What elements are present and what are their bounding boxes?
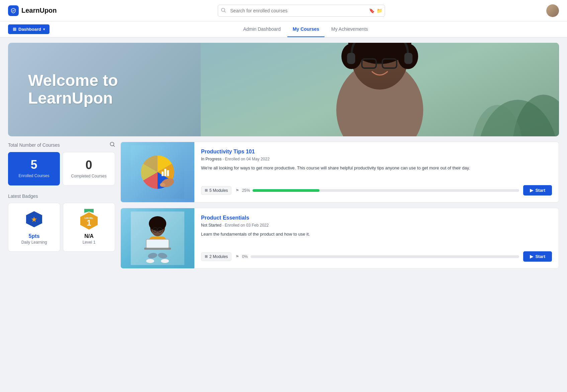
left-panel: Total Number of Courses 5 Enrolled Cours… (8, 142, 115, 274)
app-name: LearnUpon (21, 7, 57, 14)
banner-person-svg (201, 43, 559, 136)
badges-row: ★ 5pts Daily Learning (8, 203, 115, 252)
start-button-2[interactable]: ▶ Start (523, 251, 552, 262)
badges-title: Latest Badges (8, 193, 115, 199)
flag-icon-2: ⚑ (235, 254, 239, 259)
start-label-1: Start (535, 188, 545, 193)
course-actions-1: ⊞ 5 Modules ⚑ 25% ▶ Start (201, 185, 552, 195)
dashboard-label: Dashboard (18, 27, 41, 32)
main-content: Total Number of Courses 5 Enrolled Cours… (8, 142, 559, 274)
star-badge-icon: ★ (24, 210, 44, 230)
course-desc-2: Learn the fundamentals of the product an… (201, 231, 552, 247)
course-status-1: In Progress (201, 157, 221, 161)
course-meta-1: In Progress · Enrolled on 04 May 2022 (201, 157, 552, 161)
search-icon (221, 8, 226, 13)
bookmark-icon[interactable]: 🔖 (369, 8, 375, 13)
dashboard-button[interactable]: ⊞ Dashboard ▾ (8, 24, 50, 34)
progress-fill-1 (253, 189, 319, 192)
badge-na-value: N/A (67, 233, 111, 239)
person-laptop-svg (131, 212, 184, 265)
modules-badge-2: ⊞ 2 Modules (201, 252, 231, 261)
course-thumbnail-person (121, 208, 194, 268)
svg-rect-14 (347, 53, 355, 64)
banner: Welcome to LearnUpon (8, 43, 559, 136)
top-right (546, 4, 559, 17)
completed-label: Completed Courses (68, 174, 109, 178)
start-label-2: Start (535, 254, 545, 259)
course-stats: 5 Enrolled Courses 0 Completed Courses (8, 152, 115, 185)
enrolled-stat-card[interactable]: 5 Enrolled Courses (8, 152, 60, 185)
enrolled-count: 5 (13, 159, 55, 171)
progress-area-2: ⚑ 0% (235, 254, 519, 259)
avatar[interactable] (546, 4, 559, 17)
search-input[interactable] (218, 5, 385, 17)
avatar-image (546, 4, 559, 17)
course-info-1: Productivity Tips 101 In Progress · Enro… (194, 142, 559, 202)
svg-rect-37 (147, 240, 169, 248)
nav-admin-dashboard[interactable]: Admin Dashboard (238, 22, 286, 37)
flag-icon-1: ⚑ (235, 188, 239, 193)
svg-point-41 (161, 259, 169, 263)
svg-rect-26 (164, 169, 166, 176)
dashboard-icon: ⊞ (13, 27, 16, 32)
modules-count-2: 2 Modules (209, 254, 228, 259)
grid-icon-1: ⊞ (205, 188, 208, 192)
banner-image-area (201, 43, 559, 136)
badge-subtitle-daily: Daily Learning (12, 240, 56, 245)
course-meta-2: Not Started · Enrolled on 03 Feb 2022 (201, 223, 552, 228)
banner-line2: LearnUpon (28, 89, 113, 107)
banner-welcome: Welcome to LearnUpon (28, 72, 118, 107)
svg-text:★: ★ (31, 215, 37, 224)
pie-chart-svg (131, 145, 184, 199)
modules-count-1: 5 Modules (209, 188, 228, 193)
daily-learning-badge: ★ 5pts Daily Learning (8, 203, 60, 252)
svg-point-33 (149, 216, 166, 231)
grid-icon-2: ⊞ (205, 254, 208, 259)
folder-icon[interactable]: 📁 (377, 8, 382, 13)
banner-line1: Welcome to (28, 72, 118, 89)
course-info-2: Product Essentials Not Started · Enrolle… (194, 208, 559, 268)
courses-section-header: Total Number of Courses (8, 142, 115, 148)
badge-points: 5pts (12, 233, 56, 239)
svg-point-29 (160, 183, 165, 187)
nav-links: Admin Dashboard My Courses My Achievemen… (238, 22, 373, 37)
search-actions: 🔖 📁 (369, 8, 382, 13)
total-courses-title: Total Number of Courses (8, 142, 60, 148)
svg-text:1: 1 (87, 218, 91, 227)
course-thumbnail-pie (121, 142, 194, 202)
progress-area-1: ⚑ 25% (235, 188, 519, 193)
progress-pct-1: 25% (242, 188, 250, 193)
chevron-down-icon: ▾ (43, 27, 45, 31)
nav-bar: ⊞ Dashboard ▾ Admin Dashboard My Courses… (0, 21, 567, 37)
course-title-1[interactable]: Productivity Tips 101 (201, 149, 552, 155)
level-badge-svg: LEVEL 1 (80, 209, 98, 230)
start-button-1[interactable]: ▶ Start (523, 185, 552, 195)
svg-point-40 (146, 259, 154, 263)
modules-badge-1: ⊞ 5 Modules (201, 186, 231, 195)
course-desc-1: We're all looking for ways to get more p… (201, 165, 552, 180)
course-enrolled-date-2: Enrolled on 03 Feb 2022 (225, 223, 269, 228)
badge-subtitle-level: Level 1 (67, 240, 111, 245)
course-actions-2: ⊞ 2 Modules ⚑ 0% ▶ Start (201, 251, 552, 262)
completed-stat-card[interactable]: 0 Completed Courses (63, 152, 115, 185)
level-badge-card: LEVEL 1 N/A Level 1 (63, 203, 115, 252)
course-card-2: Product Essentials Not Started · Enrolle… (120, 208, 559, 269)
top-bar: LearnUpon 🔖 📁 (0, 0, 567, 21)
courses-search-icon[interactable] (110, 142, 115, 148)
svg-rect-27 (167, 170, 169, 176)
logo-area: LearnUpon (8, 5, 57, 16)
nav-my-courses[interactable]: My Courses (287, 22, 324, 37)
progress-track-2 (251, 255, 519, 258)
level-badge-icon: LEVEL 1 (79, 210, 99, 230)
progress-track-1 (253, 189, 519, 192)
svg-line-1 (224, 11, 225, 12)
logo-icon (8, 5, 19, 16)
nav-my-achievements[interactable]: My Achievements (326, 22, 373, 37)
hexagon-star-svg: ★ (25, 210, 43, 229)
course-thumb-2 (121, 208, 194, 268)
svg-rect-25 (162, 171, 164, 176)
completed-count: 0 (68, 159, 109, 171)
play-icon-2: ▶ (530, 254, 533, 259)
course-title-2[interactable]: Product Essentials (201, 215, 552, 221)
course-enrolled-date-1: Enrolled on 04 May 2022 (225, 157, 269, 161)
